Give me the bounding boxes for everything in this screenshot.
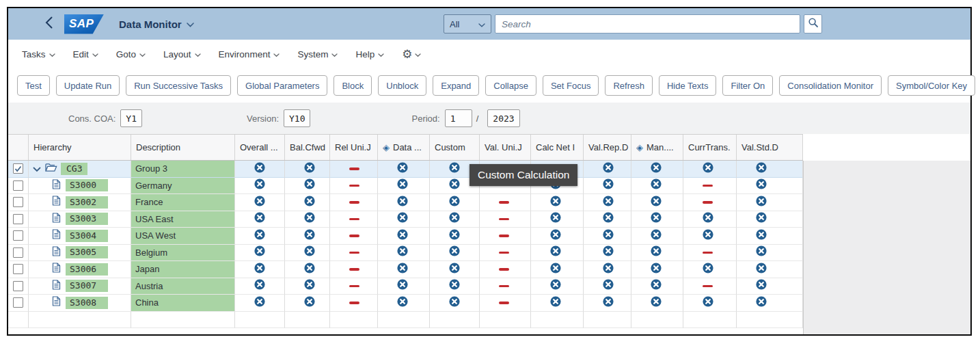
status-cell[interactable] xyxy=(683,245,737,262)
header-custom[interactable]: Custom xyxy=(430,135,480,160)
row-checkbox[interactable] xyxy=(13,264,23,274)
hierarchy-cell[interactable]: S3004 xyxy=(29,228,131,245)
status-cell[interactable] xyxy=(378,194,430,211)
description-cell[interactable]: Germany xyxy=(131,178,235,195)
row-checkbox[interactable] xyxy=(13,163,23,174)
status-cell[interactable] xyxy=(330,295,378,312)
status-cell[interactable] xyxy=(531,278,584,295)
node-code[interactable]: S3005 xyxy=(66,246,108,258)
status-cell[interactable] xyxy=(631,161,683,178)
header-bal-cfwd[interactable]: Bal.Cfwd xyxy=(285,135,330,160)
row-checkbox[interactable] xyxy=(13,180,23,191)
status-cell[interactable] xyxy=(584,228,631,245)
menu-item-tasks[interactable]: Tasks xyxy=(22,49,55,59)
header-hierarchy[interactable]: Hierarchy xyxy=(29,135,131,160)
menu-item-environment[interactable]: Environment xyxy=(219,49,280,59)
row-checkbox[interactable] xyxy=(13,214,23,224)
status-cell[interactable] xyxy=(631,295,683,312)
status-cell[interactable] xyxy=(531,194,584,211)
status-cell[interactable] xyxy=(330,261,378,278)
header-description[interactable]: Description xyxy=(131,135,235,160)
status-cell[interactable] xyxy=(683,228,737,245)
node-code[interactable]: S3003 xyxy=(66,213,108,225)
chevron-down-icon[interactable] xyxy=(33,163,41,175)
status-cell[interactable] xyxy=(235,261,285,278)
description-cell[interactable]: Austria xyxy=(131,278,235,295)
test-button[interactable]: Test xyxy=(17,75,50,96)
row-checkbox[interactable] xyxy=(13,281,23,291)
block-button[interactable]: Block xyxy=(334,75,372,96)
status-cell[interactable] xyxy=(737,295,803,312)
header-data-[interactable]: ◈Data ... xyxy=(378,135,430,160)
search-button[interactable] xyxy=(804,14,822,34)
status-cell[interactable] xyxy=(430,194,480,211)
status-cell[interactable] xyxy=(430,245,480,262)
status-cell[interactable] xyxy=(631,245,683,262)
status-cell[interactable] xyxy=(480,228,531,245)
unblock-button[interactable]: Unblock xyxy=(378,75,426,96)
status-cell[interactable] xyxy=(430,295,480,312)
row-checkbox[interactable] xyxy=(13,197,23,207)
status-cell[interactable] xyxy=(330,178,378,195)
status-cell[interactable] xyxy=(430,278,480,295)
app-title-menu[interactable]: Data Monitor xyxy=(119,18,194,30)
consolidation-monitor-button[interactable]: Consolidation Monitor xyxy=(779,75,882,96)
status-cell[interactable] xyxy=(285,295,330,312)
status-cell[interactable] xyxy=(737,194,803,211)
node-code[interactable]: CG3 xyxy=(61,163,87,175)
status-cell[interactable] xyxy=(285,161,330,178)
status-cell[interactable] xyxy=(631,278,683,295)
back-button[interactable] xyxy=(42,17,55,31)
description-cell[interactable]: France xyxy=(131,194,235,211)
status-cell[interactable] xyxy=(584,194,631,211)
status-cell[interactable] xyxy=(378,161,430,178)
hierarchy-cell[interactable]: CG3 xyxy=(29,161,131,178)
status-cell[interactable] xyxy=(683,261,737,278)
status-cell[interactable] xyxy=(584,278,631,295)
search-input[interactable] xyxy=(495,14,800,34)
menu-item-edit[interactable]: Edit xyxy=(73,49,98,59)
status-cell[interactable] xyxy=(584,161,631,178)
description-cell[interactable]: USA East xyxy=(131,211,235,228)
header-currtrans-[interactable]: CurrTrans. xyxy=(683,135,737,160)
status-cell[interactable] xyxy=(235,211,285,228)
status-cell[interactable] xyxy=(330,245,378,262)
hierarchy-cell[interactable]: S3008 xyxy=(29,295,131,312)
status-cell[interactable] xyxy=(584,245,631,262)
filter-on-button[interactable]: Filter On xyxy=(722,75,773,96)
header-man-[interactable]: ◈Man.... xyxy=(631,135,683,160)
status-cell[interactable] xyxy=(737,211,803,228)
status-cell[interactable] xyxy=(737,278,803,295)
status-cell[interactable] xyxy=(235,295,285,312)
status-cell[interactable] xyxy=(378,178,430,195)
description-cell[interactable]: Belgium xyxy=(131,245,235,262)
set-focus-button[interactable]: Set Focus xyxy=(543,75,599,96)
status-cell[interactable] xyxy=(378,261,430,278)
hide-texts-button[interactable]: Hide Texts xyxy=(659,75,716,96)
status-cell[interactable] xyxy=(737,228,803,245)
status-cell[interactable] xyxy=(480,278,531,295)
status-cell[interactable] xyxy=(378,295,430,312)
status-cell[interactable] xyxy=(235,278,285,295)
status-cell[interactable] xyxy=(737,178,803,195)
status-cell[interactable] xyxy=(235,245,285,262)
status-cell[interactable] xyxy=(378,245,430,262)
description-cell[interactable]: Group 3 xyxy=(131,161,235,178)
settings-menu[interactable]: ⚙ xyxy=(402,48,421,60)
status-cell[interactable] xyxy=(531,228,584,245)
description-cell[interactable]: China xyxy=(131,295,235,312)
status-cell[interactable] xyxy=(737,161,803,178)
status-cell[interactable] xyxy=(480,295,531,312)
status-cell[interactable] xyxy=(584,261,631,278)
status-cell[interactable] xyxy=(430,211,480,228)
status-cell[interactable] xyxy=(683,295,737,312)
header-val-rep-d[interactable]: Val.Rep.D xyxy=(584,135,631,160)
status-cell[interactable] xyxy=(330,161,378,178)
status-cell[interactable] xyxy=(531,211,584,228)
node-code[interactable]: S3008 xyxy=(66,297,108,309)
expand-button[interactable]: Expand xyxy=(433,75,479,96)
description-cell[interactable]: Japan xyxy=(131,261,235,278)
status-cell[interactable] xyxy=(531,245,584,262)
header-val-std-d[interactable]: Val.Std.D xyxy=(737,135,803,160)
update-run-button[interactable]: Update Run xyxy=(56,75,120,96)
